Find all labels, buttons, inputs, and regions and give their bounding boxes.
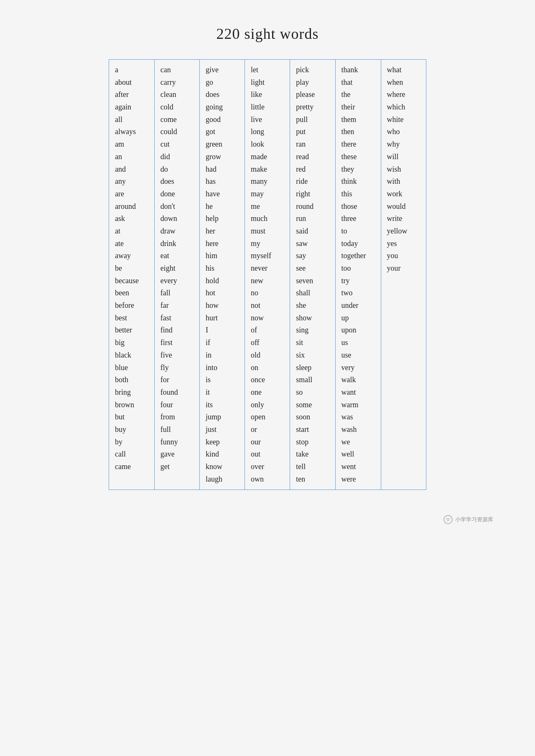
word: her — [206, 225, 239, 238]
word: every — [160, 275, 194, 287]
word: three — [341, 213, 375, 225]
word: found — [160, 386, 194, 399]
word: when — [387, 76, 420, 89]
word: fall — [160, 287, 194, 299]
word: jump — [206, 411, 239, 424]
word: big — [115, 337, 148, 349]
word: am — [115, 138, 148, 151]
word: sleep — [296, 362, 329, 374]
word: there — [341, 138, 375, 151]
word: ride — [296, 175, 329, 188]
svg-text:学: 学 — [446, 518, 450, 522]
word: they — [341, 163, 375, 176]
word: some — [296, 399, 329, 411]
word: want — [341, 386, 375, 399]
word: by — [115, 436, 148, 449]
word: tell — [296, 461, 329, 473]
word: because — [115, 275, 148, 287]
word: start — [296, 424, 329, 436]
word: old — [251, 349, 284, 362]
word: good — [206, 114, 239, 126]
word: under — [341, 299, 375, 312]
word: look — [251, 138, 284, 151]
word: into — [206, 362, 239, 374]
watermark-text: 小学学习资源库 — [455, 516, 493, 523]
word: hurt — [206, 312, 239, 325]
word: and — [115, 163, 148, 176]
word: them — [341, 114, 375, 126]
word: how — [206, 299, 239, 312]
word-column-5: thankthatthetheirthemthentherethesetheyt… — [335, 60, 381, 490]
word: thank — [341, 64, 375, 76]
word: long — [251, 126, 284, 138]
word: an — [115, 151, 148, 163]
word: she — [296, 299, 329, 312]
word-column-3: letlightlikelittlelivelonglookmademakema… — [245, 60, 290, 490]
word: little — [251, 101, 284, 114]
word: red — [296, 163, 329, 176]
word: after — [115, 89, 148, 101]
word: me — [251, 200, 284, 213]
word: were — [341, 473, 375, 486]
word: myself — [251, 250, 284, 262]
word: seven — [296, 275, 329, 287]
word: of — [251, 324, 284, 337]
word: full — [160, 424, 194, 436]
word: like — [251, 89, 284, 101]
word: new — [251, 275, 284, 287]
word: us — [341, 337, 375, 349]
word: soon — [296, 411, 329, 424]
word: write — [387, 213, 420, 225]
word: five — [160, 349, 194, 362]
word: came — [115, 461, 148, 473]
word: he — [206, 200, 239, 213]
word: any — [115, 175, 148, 188]
word: to — [341, 225, 375, 238]
word: pull — [296, 114, 329, 126]
word: please — [296, 89, 329, 101]
word: come — [160, 114, 194, 126]
page-title: 220 sight words — [216, 25, 318, 43]
word: eat — [160, 250, 194, 262]
word: light — [251, 76, 284, 89]
word: cut — [160, 138, 194, 151]
word: now — [251, 312, 284, 325]
word: but — [115, 411, 148, 424]
word-column-4: pickplaypleaseprettypullputranreadredrid… — [290, 60, 335, 490]
word-column-2: givegodoesgoinggoodgotgreengrowhadhashav… — [199, 60, 245, 490]
word: at — [115, 225, 148, 238]
word: today — [341, 238, 375, 250]
word: does — [160, 175, 194, 188]
word: before — [115, 299, 148, 312]
word: play — [296, 76, 329, 89]
word: put — [296, 126, 329, 138]
word: drink — [160, 238, 194, 250]
word: keep — [206, 436, 239, 449]
word: down — [160, 213, 194, 225]
word: run — [296, 213, 329, 225]
word: cold — [160, 101, 194, 114]
word: my — [251, 238, 284, 250]
word: be — [115, 262, 148, 275]
word: yes — [387, 238, 420, 250]
word: his — [206, 262, 239, 275]
word: on — [251, 362, 284, 374]
word: a — [115, 64, 148, 76]
word: hot — [206, 287, 239, 299]
word: funny — [160, 436, 194, 449]
word: sing — [296, 324, 329, 337]
word: saw — [296, 238, 329, 250]
word: give — [206, 64, 239, 76]
word: that — [341, 76, 375, 89]
word: shall — [296, 287, 329, 299]
word: it — [206, 386, 239, 399]
word: has — [206, 175, 239, 188]
word: four — [160, 399, 194, 411]
word: him — [206, 250, 239, 262]
watermark: 学 小学学习资源库 — [443, 515, 493, 524]
word: best — [115, 312, 148, 325]
word: which — [387, 101, 420, 114]
word: work — [387, 188, 420, 200]
word-table: aaboutafteragainallalwaysamanandanyarear… — [109, 59, 426, 490]
word: ran — [296, 138, 329, 151]
